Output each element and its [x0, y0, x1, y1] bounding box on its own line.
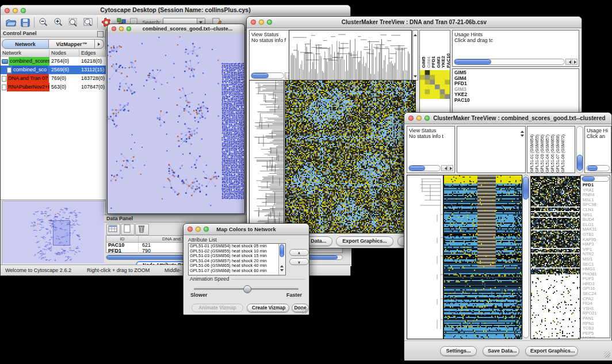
column-dendrogram[interactable]	[289, 30, 412, 82]
row-label[interactable]: PAC10	[454, 98, 579, 104]
scroll-left-button[interactable]	[565, 59, 571, 65]
main-heatmap[interactable]	[285, 80, 416, 233]
scroll-down-icon[interactable]	[521, 135, 524, 139]
close-icon[interactable]	[5, 8, 10, 13]
column-network[interactable]: Network	[1, 49, 49, 57]
column-label[interactable]: GPL51-06 (GSM865)	[550, 127, 555, 173]
row-label[interactable]: GIM3	[454, 87, 579, 93]
close-icon[interactable]	[251, 20, 256, 25]
treeview-button[interactable]: Export Graphics...	[336, 236, 393, 246]
dendrogram-scroll-strip[interactable]	[412, 30, 418, 81]
scroll-up-icon[interactable]	[280, 263, 284, 267]
gene-label[interactable]: MON2	[583, 336, 610, 338]
scroll-thumb[interactable]	[280, 244, 284, 257]
network-canvas[interactable]	[108, 34, 244, 213]
usage-hints-scrollbar[interactable]	[454, 59, 577, 65]
new-attribute-button[interactable]	[121, 224, 135, 235]
treeview1-titlebar[interactable]: ClusterMaker TreeView : DNA and Tran 07-…	[247, 17, 582, 28]
scroll-thumb[interactable]	[409, 166, 425, 171]
attribute-item[interactable]: GPL51-07 (GSM868) heat shock 60 min	[189, 269, 279, 274]
scroll-thumb[interactable]	[251, 73, 269, 78]
column-label[interactable]: GPL51-01 (GSM854)	[529, 127, 534, 173]
minimize-icon[interactable]	[416, 116, 422, 121]
zoom-selected-icon[interactable]	[67, 17, 79, 28]
scroll-right-button[interactable]	[447, 165, 453, 171]
zoom-in-icon[interactable]	[52, 17, 64, 28]
scroll-thumb[interactable]	[582, 177, 595, 181]
resize-grip[interactable]	[604, 351, 610, 358]
close-icon[interactable]	[112, 26, 116, 31]
treeview-button[interactable]: Settings...	[440, 346, 477, 356]
gene-list-scrollbar[interactable]	[582, 176, 609, 182]
network-row[interactable]: DNA and Tran 07 769(0) 183728(0)	[1, 74, 106, 83]
scroll-down-icon[interactable]	[280, 269, 284, 273]
network-overview[interactable]	[2, 201, 106, 265]
scroll-thumb[interactable]	[454, 59, 491, 64]
open-file-icon[interactable]	[5, 17, 17, 28]
usage-hints-scrollbar[interactable]	[586, 165, 610, 171]
row-label[interactable]: YKE2	[454, 92, 579, 98]
network-row[interactable]: combined_sco 2569(6) 13112(15)	[1, 66, 106, 74]
animate-vizmap-button[interactable]: Animate Vizmap	[192, 304, 243, 312]
column-id[interactable]: ID	[106, 236, 139, 242]
close-icon[interactable]	[408, 116, 414, 121]
treeview-button[interactable]: Save Data...	[483, 346, 519, 356]
attribute-select-button[interactable]	[106, 224, 120, 235]
column-nodes[interactable]: Nodes	[49, 49, 79, 57]
resize-grip[interactable]	[301, 307, 308, 313]
close-icon[interactable]	[188, 227, 193, 232]
zoom-window-icon[interactable]	[424, 116, 430, 121]
column-scrollbar[interactable]	[576, 126, 583, 173]
scroll-thumb[interactable]	[577, 155, 583, 171]
column-label[interactable]: GPL51-02 (GSM855)	[534, 127, 540, 173]
global-heatmap[interactable]	[530, 176, 580, 339]
column-label[interactable]: GIM3	[436, 31, 441, 68]
zoom-window-icon[interactable]	[127, 26, 131, 31]
minimize-icon[interactable]	[196, 227, 201, 232]
network-overview-canvas[interactable]	[2, 201, 104, 263]
scroll-right-button[interactable]	[572, 59, 577, 65]
float-panel-icon[interactable]	[97, 31, 104, 37]
column-label[interactable]: GPL51-08 (GSM872)	[560, 127, 565, 173]
zoom-window-icon[interactable]	[267, 20, 272, 25]
tab-vizmapper[interactable]: VizMapper™	[49, 39, 95, 49]
scroll-left-button[interactable]	[441, 165, 447, 171]
network-row[interactable]: RNAPuberNov2+I 563(0) 107847(0)	[1, 83, 106, 91]
summary-heatmap[interactable]	[420, 70, 450, 99]
scroll-up-icon[interactable]	[414, 32, 417, 36]
zoom-out-icon[interactable]	[37, 17, 49, 28]
save-icon[interactable]	[20, 17, 31, 28]
zoom-window-icon[interactable]	[204, 227, 209, 232]
tab-overflow-button[interactable]	[95, 39, 104, 49]
minimize-icon[interactable]	[13, 8, 18, 13]
row-dendrogram[interactable]	[407, 175, 443, 339]
column-label[interactable]: GPL51-07 (GSM868)	[555, 127, 560, 173]
row-label[interactable]: PFD1	[454, 81, 579, 87]
main-heatmap[interactable]	[443, 175, 522, 339]
minimize-icon[interactable]	[119, 26, 124, 31]
heatmap-vscrollbar[interactable]	[522, 175, 529, 338]
row-label[interactable]: GIM5	[454, 70, 579, 76]
zoom-window-icon[interactable]	[21, 8, 26, 13]
row-label[interactable]: GIM4	[454, 76, 579, 82]
move-up-button[interactable]: ∧	[289, 249, 309, 256]
network-view-titlebar[interactable]: combined_scores_good.txt--cluste...	[108, 24, 244, 35]
treeview-button[interactable]: Export Graphics...	[525, 346, 578, 356]
main-titlebar[interactable]: Cytoscape Desktop (Session Name: collins…	[1, 5, 350, 16]
move-down-button[interactable]: ∨	[289, 258, 309, 265]
tab-network[interactable]: Network	[2, 39, 49, 49]
scroll-down-icon[interactable]	[414, 75, 417, 79]
create-vizmap-button[interactable]: Create Vizmap	[247, 304, 289, 312]
scroll-thumb[interactable]	[587, 166, 598, 171]
minimize-icon[interactable]	[259, 20, 264, 25]
attribute-list-scrollbar[interactable]	[278, 244, 285, 275]
column-label[interactable]: GPL51-04 (GSM857)	[545, 127, 550, 173]
column-label[interactable]: YKE2	[441, 31, 446, 68]
view-status-scrollbar[interactable]	[408, 165, 453, 171]
delete-attribute-trash-icon[interactable]	[135, 224, 149, 235]
scroll-thumb[interactable]	[523, 177, 529, 200]
column-label[interactable]: GIM5	[421, 31, 426, 68]
network-row[interactable]: combined_scores 2764(0) 16218(0)	[1, 57, 106, 66]
treeview2-titlebar[interactable]: ClusterMaker TreeView : combined_scores_…	[404, 113, 611, 124]
column-edges[interactable]: Edges	[79, 49, 106, 57]
